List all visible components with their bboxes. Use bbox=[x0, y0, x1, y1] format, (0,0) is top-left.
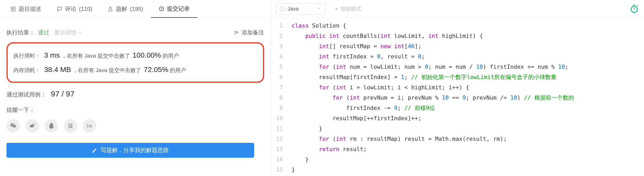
testcase-row: 通过测试用例： 97 / 97 bbox=[6, 90, 264, 99]
clock-icon bbox=[159, 6, 164, 12]
memory-row: 内存消耗： 38.4 MB ，在所有 Java 提交中击败了 72.05% 的用… bbox=[13, 63, 257, 77]
language-select[interactable]: i Java bbox=[276, 3, 325, 15]
smart-mode[interactable]: 智能模式 bbox=[335, 5, 361, 12]
flask-icon bbox=[108, 6, 113, 12]
timer-icon[interactable] bbox=[630, 4, 639, 14]
douban-icon[interactable] bbox=[64, 119, 77, 133]
result-panel: 执行结果： 通过 显示详情 添加备注 执行用时： 3 ms ，在所有 Java … bbox=[0, 18, 271, 163]
memory-pct: 72.05% bbox=[144, 66, 168, 74]
tab-comments[interactable]: 评论 (110) bbox=[49, 0, 100, 18]
tab-label: 题目描述 bbox=[19, 5, 41, 13]
line-gutter: 123456789101112131415 bbox=[271, 18, 286, 176]
info-icon: i bbox=[280, 6, 285, 12]
dot-icon bbox=[335, 8, 338, 10]
memory-value: 38.4 MB bbox=[44, 66, 71, 74]
runtime-row: 执行用时： 3 ms ，在所有 Java 提交中击败了 100.00% 的用户 bbox=[13, 48, 257, 63]
left-panel: 题目描述 评论 (110) 题解 (195) 提交记录 执行结果： 通过 bbox=[0, 0, 271, 176]
comments-icon bbox=[57, 6, 62, 12]
pencil-icon bbox=[92, 147, 98, 153]
show-detail-link[interactable]: 显示详情 bbox=[54, 29, 82, 37]
tab-count: (110) bbox=[79, 6, 92, 12]
tabs: 题目描述 评论 (110) 题解 (195) 提交记录 bbox=[0, 0, 271, 18]
metrics-box: 执行用时： 3 ms ，在所有 Java 提交中击败了 100.00% 的用户 … bbox=[6, 42, 264, 83]
status-pass: 通过 bbox=[38, 29, 49, 37]
tab-label: 评论 bbox=[65, 5, 76, 13]
weibo-icon[interactable] bbox=[26, 119, 39, 133]
code-editor[interactable]: 123456789101112131415 class Solution { p… bbox=[271, 18, 644, 176]
tab-label: 提交记录 bbox=[167, 5, 190, 13]
memory-label: 内存消耗： bbox=[13, 67, 41, 74]
runtime-pct: 100.00% bbox=[133, 51, 161, 59]
qq-icon[interactable] bbox=[45, 119, 58, 133]
linkedin-icon[interactable] bbox=[83, 119, 96, 133]
runtime-label: 执行用时： bbox=[13, 52, 41, 59]
add-note-link[interactable]: 添加备注 bbox=[234, 29, 264, 37]
runtime-value: 3 ms bbox=[44, 51, 60, 59]
testcase-value: 97 / 97 bbox=[51, 90, 75, 98]
language-value: Java bbox=[288, 6, 299, 12]
write-solution-button[interactable]: 写题解，分享我的解题思路 bbox=[6, 143, 254, 158]
tab-label: 题解 bbox=[116, 5, 127, 13]
flag-icon bbox=[234, 30, 239, 35]
share-icons bbox=[6, 119, 264, 133]
tab-solutions[interactable]: 题解 (195) bbox=[100, 0, 151, 18]
code-area[interactable]: class Solution { public int countBalls(i… bbox=[286, 18, 644, 176]
chevron-down-icon bbox=[78, 30, 82, 35]
right-panel: i Java 智能模式 123456789101112131415 class … bbox=[271, 0, 644, 176]
tab-submissions[interactable]: 提交记录 bbox=[151, 0, 197, 18]
chevron-down-icon bbox=[317, 6, 321, 12]
testcase-label: 通过测试用例： bbox=[6, 91, 46, 99]
tab-description[interactable]: 题目描述 bbox=[3, 0, 49, 18]
wechat-icon[interactable] bbox=[6, 119, 20, 133]
result-label: 执行结果： bbox=[6, 29, 35, 37]
description-icon bbox=[10, 6, 16, 12]
editor-header: i Java 智能模式 bbox=[271, 0, 644, 18]
tab-count: (195) bbox=[130, 6, 143, 12]
share-label: 炫耀一下： bbox=[6, 106, 264, 114]
